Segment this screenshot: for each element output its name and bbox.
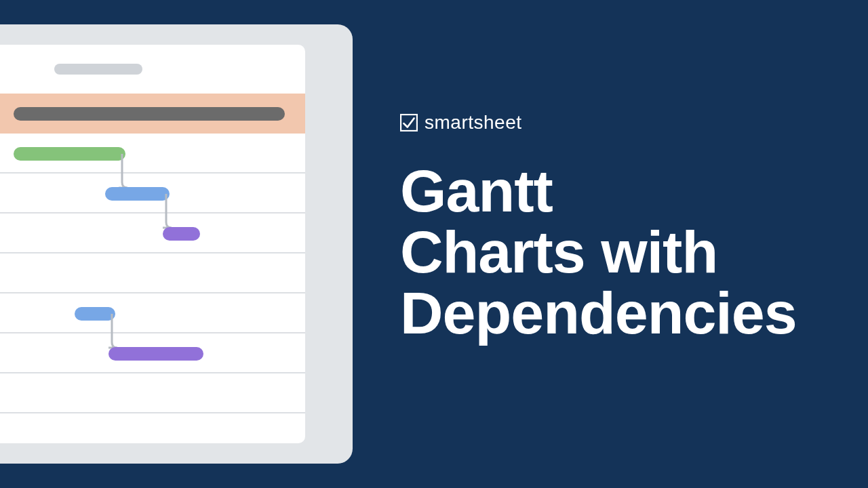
gantt-row	[0, 174, 305, 214]
screen	[0, 45, 305, 443]
gantt-header-row	[0, 94, 305, 134]
headline-line-2: Charts with	[400, 222, 797, 283]
title-bar-placeholder	[54, 64, 142, 75]
summary-bar	[14, 107, 285, 121]
gantt-row	[0, 214, 305, 253]
gantt-rows	[0, 94, 305, 413]
smartsheet-logo-icon	[400, 114, 418, 131]
gantt-row	[0, 333, 305, 373]
task-bar-green	[14, 147, 125, 161]
brand: smartsheet	[400, 112, 797, 134]
task-bar-purple	[163, 227, 200, 241]
gantt-row	[0, 373, 305, 413]
brand-name: smartsheet	[425, 112, 522, 134]
gantt-row	[0, 253, 305, 293]
task-bar-purple	[108, 347, 203, 361]
headline-line-3: Dependencies	[400, 283, 797, 344]
headline: Gantt Charts with Dependencies	[400, 161, 797, 343]
headline-line-1: Gantt	[400, 161, 797, 222]
gantt-row	[0, 134, 305, 174]
gantt-row	[0, 293, 305, 333]
text-panel: smartsheet Gantt Charts with Dependencie…	[400, 112, 797, 343]
laptop-illustration	[0, 24, 353, 464]
task-bar-blue	[105, 187, 170, 201]
